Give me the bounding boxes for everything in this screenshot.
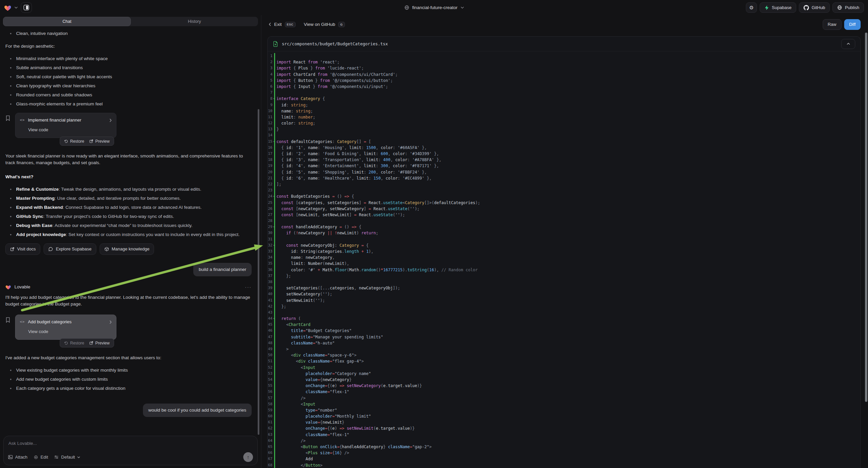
code-line: 51 <div className="flex gap-4"> [268,358,860,364]
code-line: 49 > [268,346,860,352]
version-card[interactable]: <> Implement financial planner View code… [15,113,117,138]
list-item: Master Prompting: Use clear, detailed, a… [5,195,252,202]
list-item: Rounded corners and subtle shadows [5,92,252,98]
arrow-up-icon: ↑ [247,454,250,460]
chevron-down-icon[interactable] [14,6,18,9]
view-on-github-button[interactable]: View on GitHub G [304,22,345,27]
send-button[interactable]: ↑ [243,452,253,462]
list-item: Add new budget categories with custom li… [5,376,252,383]
edit-button[interactable]: Edit [34,455,48,460]
exit-button[interactable]: Exit ESC [269,22,296,27]
assistant-name: Lovable [14,284,30,290]
list-item: Expand with Backend: Connect Supabase to… [5,204,252,211]
fold-icon[interactable]: ▾ [273,242,275,248]
code-line: 57 /> [268,395,860,401]
publish-button[interactable]: Publish [832,2,864,13]
sidebar-toggle-button[interactable] [21,2,32,13]
file-added-icon [273,41,278,47]
restore-icon [64,139,68,143]
code-editor: 12import React from 'react';3import { Pl… [268,51,860,468]
sliders-icon [54,455,59,459]
list-item: Minimalist interface with plenty of whit… [5,55,252,62]
code-line: 23 [268,187,860,194]
project-switcher[interactable]: financial-future-creator [404,5,464,10]
raw-toggle-button[interactable]: Raw [823,19,841,30]
bookmark-icon[interactable] [5,315,11,340]
code-scrollbar[interactable] [865,33,867,402]
more-options-icon[interactable]: ··· [245,284,252,290]
code-line: 12 color: string; [268,120,860,126]
manage-knowledge-button[interactable]: Manage knowledge [100,243,154,255]
chevron-left-icon [269,23,271,26]
tab-chat[interactable]: Chat [3,17,131,26]
code-line: 6import { Input } from '@/components/ui/… [268,84,860,90]
preview-button[interactable]: Preview [89,138,110,145]
collapse-file-button[interactable] [841,39,855,49]
code-line: 52 <Input [268,364,860,371]
fold-icon[interactable]: ▾ [273,316,275,322]
lovable-logo-icon [5,284,11,290]
code-toolbar: Exit ESC View on GitHub G Raw Diff [261,15,868,34]
list-item: View existing budget categories with the… [5,367,252,374]
tab-history[interactable]: History [131,17,258,26]
supabase-button[interactable]: Supabase [760,2,796,13]
chat-tabs: Chat History [3,17,258,26]
code-line: 54 value={newCategory} [268,377,860,383]
restore-button[interactable]: Restore [64,138,84,145]
chevron-up-icon [846,42,850,45]
fold-icon[interactable]: ▾ [273,96,275,102]
version-card[interactable]: <> Add budget categories View code Resto… [15,315,117,340]
settings-button[interactable]: ⚙ [746,2,757,13]
preview-button[interactable]: Preview [89,340,110,347]
code-line: 4import ChartCard from '@/components/ui/… [268,71,860,78]
package-icon [104,247,109,252]
code-line: 17 { id: '2', name: 'Food & Dining', lim… [268,151,860,157]
mode-selector[interactable]: Default [54,455,80,460]
code-line: 24▾const BudgetCategories = () => { [268,194,860,199]
diff-toggle-button[interactable]: Diff [844,19,861,30]
code-line: 28 [268,218,860,224]
file-header[interactable]: src/components/budget/BudgetCategories.t… [268,37,860,51]
restore-button[interactable]: Restore [64,340,84,347]
lovable-logo-icon[interactable] [4,4,11,11]
chevron-right-icon [110,320,112,324]
list-item: Clean typography with clear hierarchies [5,83,252,89]
fold-icon[interactable]: ▾ [273,139,275,145]
code-line: 29▾ const handleAddCategory = () => { [268,224,860,230]
topbar: financial-future-creator ⚙ Supabase GitH… [0,0,868,15]
bookmark-icon[interactable] [5,113,11,138]
visit-docs-button[interactable]: Visit docs [5,243,40,255]
code-line: 33 id: String(categories.length + 1), [268,248,860,255]
fold-icon[interactable]: ▾ [273,194,275,199]
list-item: Soft, neutral color palette with light b… [5,74,252,80]
github-button[interactable]: GitHub [799,2,830,13]
fold-icon[interactable]: ▾ [273,224,275,230]
image-icon [8,455,13,459]
code-line: 10 name: string; [268,108,860,114]
chat-input[interactable]: Ask Lovable... [8,441,253,446]
code-line: 43 [268,310,860,316]
chevron-down-icon [461,6,464,9]
explore-supabase-button[interactable]: Explore Supabase [43,243,96,255]
code-line: 63 className="flex-1" [268,432,860,438]
code-line: 41 setNewLimit(''); [268,297,860,303]
project-name: financial-future-creator [412,5,457,10]
code-line: 45 <ChartCard [268,322,860,328]
chat-bubble-icon [48,247,53,252]
external-link-icon [89,139,93,143]
view-code-link[interactable]: View code [28,328,112,335]
list-item: Debug with Ease: Activate our experiment… [5,222,252,229]
chat-scrollbar[interactable] [258,109,259,435]
code-line: 53 placeholder="Category name" [268,371,860,377]
version-card-budget-categories: <> Add budget categories View code Resto… [5,315,252,340]
code-line: 68 </Button> [268,462,860,468]
code-panel: Exit ESC View on GitHub G Raw Diff src/c… [261,15,868,468]
version-toolbar: Restore Preview [60,339,114,348]
code-line: 60 placeholder="Monthly limit" [268,413,860,419]
attach-button[interactable]: Attach [8,455,28,460]
code-line: 21 { id: '6', name: 'Healthcare', limit:… [268,175,860,181]
code-line: 31 [268,236,860,242]
user-message: build a financial planner [193,263,252,276]
view-code-link[interactable]: View code [28,126,112,133]
list-item: Glass-morphic elements for a premium fee… [5,101,252,108]
